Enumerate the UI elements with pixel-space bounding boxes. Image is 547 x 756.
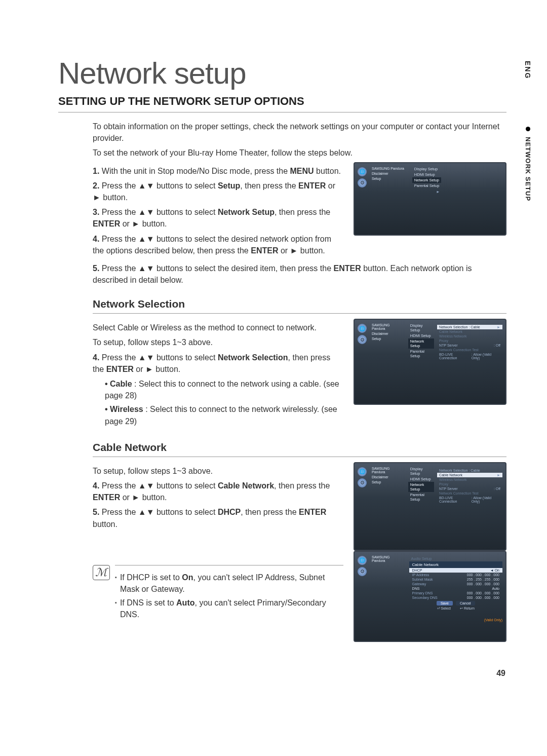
- cancel-button-label: Cancel: [456, 601, 475, 606]
- save-button-label: Save: [437, 601, 453, 606]
- section-heading: SETTING UP THE NETWORK SETUP OPTIONS: [58, 95, 506, 112]
- ns-setup-ref: To setup, follow steps 1~3 above.: [93, 336, 343, 348]
- intro-paragraph-2: To set the network of your Blu-ray Home …: [93, 147, 506, 159]
- subsection-network-selection: Network Selection: [93, 298, 506, 314]
- tv-screenshot-network-selection: 🌐 ⚙ SAMSUNG Pandora Disclaimer Setup Dis…: [354, 319, 506, 405]
- page-number: 49: [496, 669, 505, 678]
- globe-icon: 🌐: [358, 324, 367, 333]
- step-1: 1. With the unit in Stop mode/No Disc mo…: [93, 165, 343, 177]
- globe-icon: 🌐: [358, 556, 367, 565]
- note-1: ▪If DHCP is set to On, you can't select …: [115, 572, 343, 595]
- intro-paragraph-1: To obtain information on the proper sett…: [93, 121, 506, 144]
- globe-icon: 🌐: [358, 167, 367, 176]
- ns-intro: Select Cable or Wireless as the method t…: [93, 322, 343, 333]
- chevron-right-icon: ►: [497, 325, 500, 329]
- ns-bullet-wireless: Wireless : Select this to connect to the…: [105, 403, 343, 427]
- gear-icon: ⚙: [358, 335, 367, 344]
- ns-bullet-cable: Cable : Select this to connect to the ne…: [105, 378, 343, 401]
- tv-screenshot-cable-network-menu: 🌐 ⚙ SAMSUNG Pandora Disclaimer Setup Dis…: [354, 462, 506, 551]
- gear-icon: ⚙: [358, 567, 367, 576]
- note-2: ▪If DNS is set to Auto, you can't select…: [115, 597, 343, 620]
- step-5: 5. Press the ▲▼ buttons to select the de…: [93, 262, 506, 286]
- gear-icon: ⚙: [358, 178, 367, 187]
- note-icon: ℳ: [93, 565, 110, 580]
- globe-icon: 🌐: [358, 467, 367, 476]
- step-3: 3. Press the ▲▼ buttons to select Networ…: [93, 206, 343, 230]
- subsection-cable-network: Cable Network: [93, 441, 506, 457]
- page-title: Network setup: [58, 56, 506, 91]
- chevron-right-icon: ►: [436, 190, 440, 194]
- cn-step-5: 5. Press the ▲▼ buttons to select DHCP, …: [93, 506, 343, 530]
- tv-screenshot-cable-network-dhcp: 🌐 ⚙ SAMSUNG Pandora Audio Setup Cable Ne…: [354, 551, 506, 642]
- chevron-right-icon: ►: [497, 473, 500, 477]
- cn-step-4: 4. Press the ▲▼ buttons to select Cable …: [93, 480, 343, 503]
- tv-screenshot-setup-menu: 🌐 ⚙ SAMSUNG Pandora Disclaimer Setup Dis…: [354, 162, 506, 236]
- step-4: 4. Press the ▲▼ buttons to select the de…: [93, 233, 343, 256]
- gear-icon: ⚙: [358, 478, 367, 487]
- cn-setup-ref: To setup, follow steps 1~3 above.: [93, 465, 343, 477]
- step-2: 2. Press the ▲▼ buttons to select Setup,…: [93, 180, 343, 203]
- ns-step-4: 4. Press the ▲▼ buttons to select Networ…: [93, 352, 343, 375]
- valid-only-label: (Valid Only): [484, 618, 502, 622]
